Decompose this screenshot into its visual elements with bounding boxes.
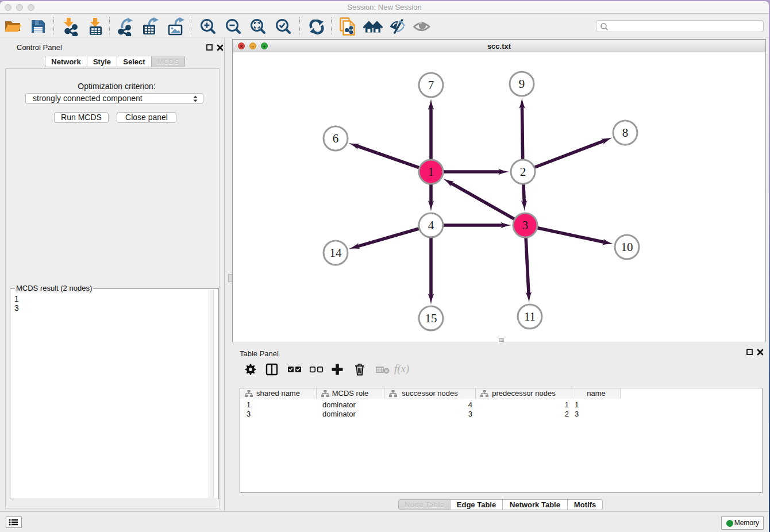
svg-text:10: 10 [621, 240, 633, 254]
svg-text:14: 14 [330, 246, 342, 260]
svg-text:8: 8 [622, 126, 629, 140]
svg-text:9: 9 [519, 77, 525, 91]
svg-text:3: 3 [522, 218, 529, 232]
svg-text:7: 7 [428, 78, 434, 92]
svg-text:2: 2 [520, 165, 526, 179]
svg-text:1: 1 [428, 165, 434, 179]
svg-text:11: 11 [524, 310, 536, 323]
svg-text:4: 4 [428, 218, 434, 232]
svg-text:15: 15 [425, 311, 437, 325]
svg-text:6: 6 [333, 132, 339, 145]
